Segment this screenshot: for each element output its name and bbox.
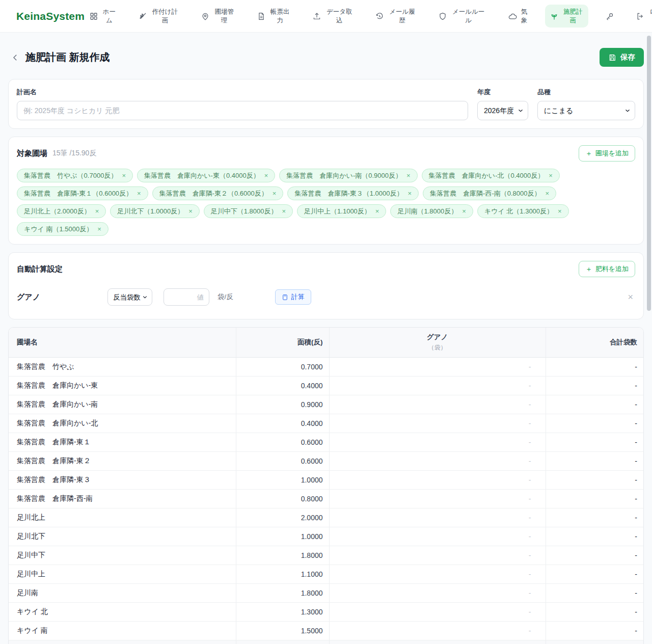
nav-item-key[interactable] xyxy=(601,9,619,24)
tag-remove-icon[interactable]: × xyxy=(97,226,101,232)
cell-fertilizer-bags: - xyxy=(329,622,546,640)
add-fertilizer-button[interactable]: ＋ 肥料を追加 xyxy=(579,261,635,277)
field-tag: 集落営農 倉庫向かい-南（0.9000反） × xyxy=(279,169,417,182)
map-pin-icon xyxy=(201,12,210,21)
tag-remove-icon[interactable]: × xyxy=(273,190,277,197)
table-row: 集落営農 倉庫隣-東１ 0.6000 - - xyxy=(9,433,644,452)
brand-logo[interactable]: KeinaSystem xyxy=(16,10,85,22)
shield-icon xyxy=(438,12,447,21)
floppy-disk-icon xyxy=(608,53,616,62)
field-tag-label: 足川北下（1.0000反） xyxy=(117,207,184,216)
calc-unit-label: 袋/反 xyxy=(218,292,233,302)
key-icon xyxy=(605,12,614,21)
year-select[interactable]: 2026年度 xyxy=(477,101,528,120)
cell-area: 2.0000 xyxy=(236,508,329,527)
calc-method-select[interactable]: 反当袋数 xyxy=(107,288,152,306)
nav-item-mail-rules[interactable]: メールルール xyxy=(433,5,491,28)
cell-field-name: 集落営農 倉庫隣-東２ xyxy=(9,452,236,471)
cell-total-bags: - xyxy=(546,546,644,565)
cell-field-name: 足川南 xyxy=(9,584,236,603)
nav-item-label: 圃場管理 xyxy=(213,8,235,24)
cell-fertilizer-bags: - xyxy=(329,414,546,433)
scrollbar xyxy=(646,33,652,644)
cell-total-bags: - xyxy=(546,471,644,490)
field-tag: 足川中上（1.1000反） × xyxy=(297,204,386,218)
table-row: 足川中下 1.8000 - - xyxy=(9,546,644,565)
nav-item-weather[interactable]: 気象 xyxy=(503,5,533,28)
cell-fertilizer-bags: - xyxy=(329,490,546,508)
nav-item-field-management[interactable]: 圃場管理 xyxy=(196,5,240,28)
nav-item-report-output[interactable]: 帳票出力 xyxy=(252,5,296,28)
field-tag-label: 足川中下（1.8000反） xyxy=(211,207,278,216)
cell-total-bags: - xyxy=(546,395,644,414)
tag-remove-icon[interactable]: × xyxy=(408,190,412,197)
tag-remove-icon[interactable]: × xyxy=(549,172,553,179)
calculate-button[interactable]: 計算 xyxy=(275,289,311,305)
cell-area: 0.6000 xyxy=(236,452,329,471)
tag-remove-icon[interactable]: × xyxy=(264,172,268,179)
table-row: 集落営農 倉庫向かい-南 0.9000 - - xyxy=(9,395,644,414)
cell-area: 0.4000 xyxy=(236,377,329,395)
target-fields-title: 対象圃場 xyxy=(17,149,47,158)
tag-remove-icon[interactable]: × xyxy=(282,208,286,214)
cell-total-bags: - xyxy=(546,622,644,640)
sprout-icon xyxy=(550,12,559,21)
cell-field-name: 足川北上 xyxy=(9,508,236,527)
table-row: 集落営農 倉庫向かい-北 0.4000 - - xyxy=(9,414,644,433)
nav-item-planting-plan[interactable]: 作付け計画 xyxy=(133,5,184,28)
tag-remove-icon[interactable]: × xyxy=(188,208,193,214)
tag-remove-icon[interactable]: × xyxy=(462,208,466,214)
field-tag-label: 集落営農 倉庫隣-東２（0.6000反） xyxy=(159,189,268,198)
cell-total-bags: - xyxy=(546,508,644,527)
plan-name-input[interactable] xyxy=(17,101,468,120)
tag-remove-icon[interactable]: × xyxy=(137,190,141,197)
nav-item-home[interactable]: ホーム xyxy=(85,5,121,28)
cell-total-bags: - xyxy=(546,603,644,622)
nav-item-data-import[interactable]: データ取込 xyxy=(308,5,358,28)
nav-item-label: メール履歴 xyxy=(388,8,416,24)
footer-area-total: 15.90 xyxy=(236,640,329,644)
upload-icon xyxy=(312,12,321,21)
calc-value-input[interactable] xyxy=(164,288,209,306)
nav-item-fertilization-plan[interactable]: 施肥計画 xyxy=(545,5,589,28)
nav-item-label: ログアウト xyxy=(648,8,652,24)
tag-remove-icon[interactable]: × xyxy=(545,190,549,197)
target-fields-card: 対象圃場 15筆 /15.90反 ＋ 圃場を追加 集落営農 竹やぶ（0.7000… xyxy=(8,137,644,245)
nav-item-mail-history[interactable]: メール履歴 xyxy=(370,5,421,28)
add-field-button-label: 圃場を追加 xyxy=(595,149,629,158)
cell-total-bags: - xyxy=(546,377,644,395)
tag-remove-icon[interactable]: × xyxy=(95,208,99,214)
field-tag-label: 足川北上（2.0000反） xyxy=(24,207,91,216)
remove-fertilizer-icon[interactable]: × xyxy=(626,292,635,303)
col-header-field: 圃場名 xyxy=(9,328,236,358)
cell-total-bags: - xyxy=(546,565,644,584)
tag-remove-icon[interactable]: × xyxy=(122,172,126,179)
cloud-icon xyxy=(508,12,517,21)
year-label: 年度 xyxy=(477,88,528,97)
grid-icon xyxy=(89,12,98,21)
variety-select[interactable]: にこまる xyxy=(537,101,635,120)
save-button[interactable]: 保存 xyxy=(600,48,644,67)
back-button[interactable] xyxy=(8,50,22,65)
scrollbar-thumb[interactable] xyxy=(647,36,651,311)
table-footer-row: 合計 15.90 - - xyxy=(9,640,644,644)
col-header-total: 合計袋数 xyxy=(546,328,644,358)
cell-field-name: 集落営農 倉庫向かい-南 xyxy=(9,395,236,414)
field-tag-label: 集落営農 倉庫隣-西-南（0.8000反） xyxy=(430,189,540,198)
tag-remove-icon[interactable]: × xyxy=(558,208,562,214)
page-title: 施肥計画 新規作成 xyxy=(25,50,110,64)
field-tag-list: 集落営農 竹やぶ（0.7000反） × 集落営農 倉庫向かい-東（0.4000反… xyxy=(17,169,635,236)
save-button-label: 保存 xyxy=(620,52,635,62)
tag-remove-icon[interactable]: × xyxy=(406,172,411,179)
add-fertilizer-button-label: 肥料を追加 xyxy=(595,264,629,274)
page-header: 施肥計画 新規作成 保存 xyxy=(8,48,644,67)
cell-area: 1.8000 xyxy=(236,546,329,565)
add-field-button[interactable]: ＋ 圃場を追加 xyxy=(579,145,635,162)
footer-fertilizer-total: - xyxy=(329,640,546,644)
tag-remove-icon[interactable]: × xyxy=(375,208,379,214)
field-tag: 足川北上（2.0000反） × xyxy=(17,204,106,218)
nav-item-logout[interactable]: ログアウト xyxy=(631,5,652,28)
field-tag-label: キウイ 北（1.3000反） xyxy=(484,207,553,216)
field-tag: 集落営農 倉庫隣-西-南（0.8000反） × xyxy=(423,186,556,200)
cell-fertilizer-bags: - xyxy=(329,471,546,490)
